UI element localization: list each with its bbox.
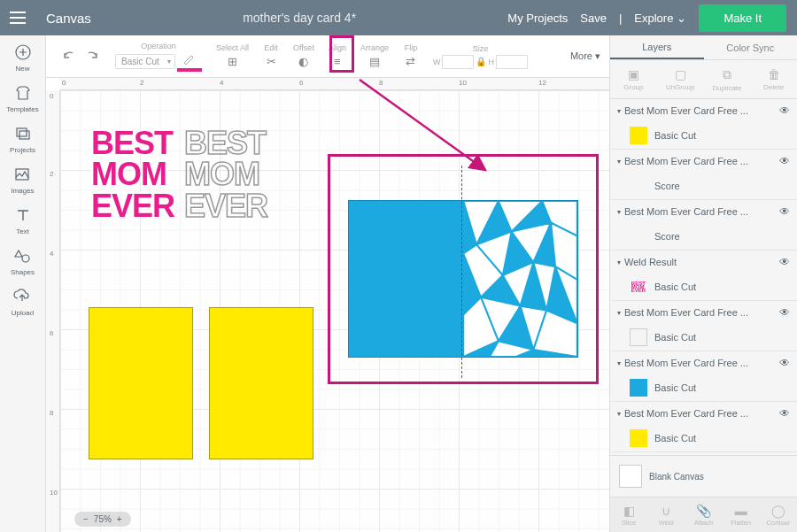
project-name[interactable]: mother's day card 4*: [91, 11, 508, 25]
more-button[interactable]: More ▾: [570, 50, 600, 62]
layer-name: Weld Result: [624, 257, 779, 267]
layer-group: ▾Best Mom Ever Card Free ...👁 Basic Cut: [610, 402, 797, 452]
align-group[interactable]: Align≡: [323, 43, 352, 70]
undo-button[interactable]: [62, 50, 78, 63]
arrow-annotation-icon: [352, 78, 503, 197]
layer-group: ▾Best Mom Ever Card Free ...👁 Basic Cut: [610, 99, 797, 150]
layer-header[interactable]: ▾Best Mom Ever Card Free ...👁: [610, 200, 797, 223]
layer-header[interactable]: ▾Best Mom Ever Card Free ...👁: [610, 150, 797, 173]
my-projects-link[interactable]: My Projects: [507, 12, 568, 25]
select-all-icon: ⊞: [225, 54, 241, 70]
shapes-icon: [12, 246, 32, 266]
layer-header[interactable]: ▾Best Mom Ever Card Free ...👁: [610, 301, 797, 324]
lock-icon[interactable]: 🔒: [476, 57, 486, 66]
tab-colorsync[interactable]: Color Sync: [704, 35, 798, 59]
visibility-toggle[interactable]: 👁: [779, 306, 790, 319]
ruler-tick: 6: [50, 329, 53, 337]
sidebar-item-projects[interactable]: Projects: [10, 124, 35, 154]
shirt-icon: [13, 83, 33, 103]
flip-group[interactable]: Flip⇄: [398, 43, 424, 70]
blue-card-design[interactable]: [348, 200, 578, 358]
sidebar-item-label: Upload: [12, 309, 34, 317]
weld-icon: ∪: [662, 504, 670, 518]
layer-thumb: [630, 429, 647, 447]
ruler-tick: 8: [50, 409, 53, 417]
visibility-toggle[interactable]: 👁: [779, 155, 790, 167]
tab-layers[interactable]: Layers: [610, 35, 704, 59]
operation-select[interactable]: Basic Cut: [115, 54, 175, 69]
delete-button[interactable]: 🗑Delete: [750, 60, 797, 98]
visibility-toggle[interactable]: 👁: [779, 256, 790, 268]
bottom-actions: ◧Slice ∪Weld 📎Attach ▬Flatten ◯Contour: [610, 497, 797, 532]
ruler-tick: 4: [220, 79, 223, 87]
duplicate-button[interactable]: ⧉Duplicate: [704, 60, 751, 98]
contour-button[interactable]: ◯Contour: [760, 497, 797, 532]
select-all-group[interactable]: Select All⊞: [211, 43, 254, 70]
attach-button[interactable]: 📎Attach: [685, 497, 722, 532]
layer-op: Basic Cut: [654, 433, 696, 443]
layer-item[interactable]: Basic Cut: [610, 324, 797, 351]
layers-list[interactable]: ▾Best Mom Ever Card Free ...👁 Basic Cut …: [610, 99, 797, 455]
blank-canvas-row[interactable]: Blank Canvas: [610, 455, 797, 497]
sidebar-item-shapes[interactable]: Shapes: [11, 246, 35, 276]
zoom-in-button[interactable]: +: [117, 514, 122, 524]
plus-circle-icon: [13, 42, 33, 62]
menu-button[interactable]: [0, 0, 35, 35]
arrange-group[interactable]: Arrange▤: [355, 43, 394, 70]
visibility-toggle[interactable]: 👁: [779, 407, 790, 420]
offset-group[interactable]: Offset◐: [288, 43, 320, 70]
sidebar-item-new[interactable]: New: [13, 42, 33, 73]
visibility-toggle[interactable]: 👁: [779, 357, 790, 369]
canvas-grid[interactable]: BEST MOM EVER BEST MOM EVER: [60, 90, 609, 532]
svg-rect-1: [17, 128, 27, 136]
sidebar-item-images[interactable]: Images: [11, 165, 34, 195]
color-swatch[interactable]: [177, 68, 202, 72]
layer-item[interactable]: Basic Cut: [610, 122, 797, 149]
layer-item[interactable]: BESTMOMEVERBasic Cut: [610, 274, 797, 300]
flatten-button[interactable]: ▬Flatten: [723, 497, 760, 532]
ruler-tick: 10: [50, 489, 58, 497]
sidebar-item-text[interactable]: Text: [13, 205, 33, 235]
layer-header[interactable]: ▾Best Mom Ever Card Free ...👁: [610, 402, 797, 425]
svg-marker-10: [512, 223, 551, 262]
redo-button[interactable]: [83, 50, 99, 63]
visibility-toggle[interactable]: 👁: [779, 205, 790, 218]
group-icon: ▣: [628, 67, 639, 81]
svg-line-22: [360, 80, 485, 170]
attach-icon: 📎: [696, 504, 711, 518]
svg-point-5: [22, 255, 29, 262]
save-link[interactable]: Save: [580, 12, 607, 25]
image-icon: [12, 165, 32, 184]
slice-button[interactable]: ◧Slice: [610, 497, 647, 532]
visibility-toggle[interactable]: 👁: [779, 104, 790, 117]
yellow-card-2[interactable]: [209, 307, 313, 459]
group-button[interactable]: ▣Group: [610, 60, 657, 98]
layer-item[interactable]: Score: [610, 223, 797, 250]
layer-header[interactable]: ▾Best Mom Ever Card Free ...👁: [610, 351, 797, 374]
best-mom-ever-pink[interactable]: BEST MOM EVER: [91, 127, 171, 243]
size-h-input[interactable]: [496, 55, 528, 69]
layer-header[interactable]: ▾Best Mom Ever Card Free ...👁: [610, 99, 797, 122]
yellow-card-1[interactable]: [89, 307, 193, 459]
size-w-input[interactable]: [442, 55, 474, 69]
sidebar-item-upload[interactable]: Upload: [12, 287, 34, 317]
weld-button[interactable]: ∪Weld: [647, 497, 685, 532]
make-it-button[interactable]: Make It: [699, 4, 786, 32]
ruler-vertical: 0 2 4 6 8 10: [46, 90, 60, 532]
layer-group: ▾Best Mom Ever Card Free ...👁 Score: [610, 150, 797, 200]
layer-header[interactable]: ▾Weld Result👁: [610, 251, 797, 274]
layer-item[interactable]: Score: [610, 173, 797, 199]
explore-dropdown[interactable]: Explore⌄: [634, 12, 686, 25]
edit-label: Edit: [264, 43, 278, 52]
ungroup-button[interactable]: ▢UnGroup: [657, 60, 704, 98]
sidebar-item-templates[interactable]: Templates: [6, 83, 38, 113]
layer-item[interactable]: Basic Cut: [610, 374, 797, 401]
edit-group[interactable]: Edit✂: [258, 43, 284, 70]
layer-thumb: [630, 227, 647, 245]
zoom-out-button[interactable]: −: [83, 514, 89, 524]
operation-value: Basic Cut: [121, 57, 159, 66]
ruler-tick: 0: [50, 92, 53, 100]
layer-item[interactable]: Basic Cut: [610, 425, 797, 451]
projects-icon: [13, 124, 33, 143]
best-mom-ever-outline[interactable]: BEST MOM EVER: [184, 127, 264, 243]
